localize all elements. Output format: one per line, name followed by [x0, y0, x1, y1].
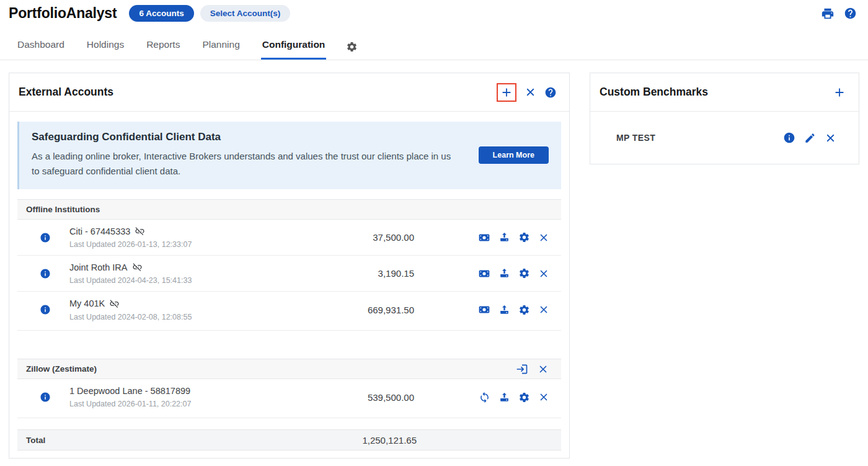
- accounts-count-badge[interactable]: 6 Accounts: [129, 5, 193, 22]
- external-accounts-title: External Accounts: [19, 86, 113, 99]
- group-name: Offline Institutions: [26, 205, 100, 214]
- offline-institutions-group: Offline Institutions Citi - 67445333: [17, 199, 561, 331]
- account-name: Citi - 67445333: [69, 226, 130, 236]
- upload-icon[interactable]: [498, 267, 510, 279]
- select-accounts-button[interactable]: Select Account(s): [200, 5, 291, 22]
- tab-configuration[interactable]: Configuration: [261, 39, 327, 60]
- custom-benchmarks-header: Custom Benchmarks: [590, 73, 859, 112]
- link-off-icon: [132, 262, 143, 272]
- group-header-offline-institutions: Offline Institutions: [17, 199, 561, 220]
- benchmark-row: MP TEST: [590, 112, 859, 164]
- help-icon[interactable]: [844, 7, 857, 20]
- total-label: Total: [26, 436, 45, 445]
- group-name: Zillow (Zestimate): [26, 364, 97, 374]
- learn-more-button[interactable]: Learn More: [479, 146, 549, 164]
- total-row: Total 1,250,121.65: [17, 429, 561, 450]
- close-icon[interactable]: [538, 392, 549, 403]
- add-external-account-button[interactable]: [500, 86, 513, 99]
- cash-icon[interactable]: [478, 231, 490, 244]
- close-icon[interactable]: [538, 268, 549, 279]
- main-content: External Accounts Safeguarding Confident…: [0, 60, 868, 459]
- account-name: 1 Deepwood Lane - 58817899: [69, 386, 190, 396]
- gear-icon[interactable]: [518, 304, 530, 316]
- account-name: Joint Roth IRA: [69, 262, 128, 272]
- account-name: My 401K: [69, 298, 105, 308]
- link-off-icon: [135, 226, 145, 236]
- upload-icon[interactable]: [498, 392, 510, 403]
- last-updated: Last Updated 2026-01-13, 12:33:07: [69, 240, 192, 249]
- zillow-group: Zillow (Zestimate): [17, 359, 561, 418]
- account-row: My 401K Last Updated 2024-02-08, 12:08:5…: [17, 292, 561, 328]
- external-accounts-header: External Accounts: [9, 73, 569, 112]
- app-title: PortfolioAnalyst: [9, 5, 117, 22]
- account-value: 37,500.00: [373, 232, 414, 243]
- gear-icon[interactable]: [518, 231, 530, 243]
- info-icon[interactable]: [40, 392, 51, 403]
- login-icon[interactable]: [516, 363, 528, 375]
- last-updated: Last Updated 2024-02-08, 12:08:55: [69, 313, 192, 321]
- account-value: 539,500.00: [368, 392, 414, 403]
- upload-icon[interactable]: [498, 304, 510, 316]
- account-row: Joint Roth IRA Last Updated 2024-04-23, …: [17, 256, 561, 292]
- account-row: 1 Deepwood Lane - 58817899 Last Updated …: [17, 379, 561, 415]
- tab-reports[interactable]: Reports: [145, 39, 181, 60]
- custom-benchmarks-title: Custom Benchmarks: [600, 86, 708, 99]
- external-accounts-panel: External Accounts Safeguarding Confident…: [9, 73, 570, 459]
- account-value: 3,190.15: [378, 268, 414, 279]
- benchmark-name: MP TEST: [616, 133, 655, 143]
- gear-icon[interactable]: [346, 41, 358, 60]
- click-target-highlight: [497, 83, 516, 102]
- tab-holdings[interactable]: Holdings: [86, 39, 125, 60]
- gear-icon[interactable]: [518, 267, 530, 279]
- last-updated: Last Updated 2026-01-11, 20:22:07: [69, 400, 191, 408]
- cash-icon[interactable]: [478, 303, 490, 316]
- account-value: 669,931.50: [368, 305, 414, 315]
- close-icon[interactable]: [538, 364, 549, 375]
- top-header: PortfolioAnalyst 6 Accounts Select Accou…: [0, 0, 868, 22]
- tab-planning[interactable]: Planning: [201, 39, 241, 60]
- help-icon[interactable]: [544, 86, 557, 99]
- tab-dashboard[interactable]: Dashboard: [16, 39, 66, 60]
- add-benchmark-button[interactable]: [833, 86, 846, 99]
- print-icon[interactable]: [821, 7, 835, 20]
- info-icon[interactable]: [40, 268, 51, 279]
- group-header-zillow: Zillow (Zestimate): [17, 359, 561, 379]
- close-icon[interactable]: [825, 132, 836, 144]
- banner-body: As a leading online broker, Interactive …: [32, 149, 459, 179]
- cash-icon[interactable]: [478, 267, 490, 280]
- total-value: 1,250,121.65: [362, 435, 417, 446]
- refresh-icon[interactable]: [479, 392, 490, 403]
- upload-icon[interactable]: [498, 231, 510, 243]
- banner-title: Safeguarding Confidential Client Data: [32, 131, 466, 143]
- close-icon[interactable]: [525, 86, 536, 98]
- info-icon[interactable]: [40, 304, 51, 315]
- link-off-icon: [109, 298, 120, 309]
- nav-tabs: Dashboard Holdings Reports Planning Conf…: [0, 39, 868, 60]
- close-icon[interactable]: [538, 232, 549, 243]
- account-row: Citi - 67445333 Last Updated 2026-01-13,…: [17, 220, 561, 256]
- gear-icon[interactable]: [518, 392, 530, 403]
- info-icon[interactable]: [40, 232, 51, 243]
- custom-benchmarks-panel: Custom Benchmarks MP TEST: [590, 73, 859, 164]
- safeguarding-banner: Safeguarding Confidential Client Data As…: [17, 122, 561, 189]
- edit-icon[interactable]: [804, 132, 816, 144]
- last-updated: Last Updated 2024-04-23, 15:41:33: [69, 276, 192, 285]
- info-icon[interactable]: [783, 132, 795, 144]
- accounts-table: Offline Institutions Citi - 67445333: [17, 199, 561, 418]
- close-icon[interactable]: [538, 304, 549, 315]
